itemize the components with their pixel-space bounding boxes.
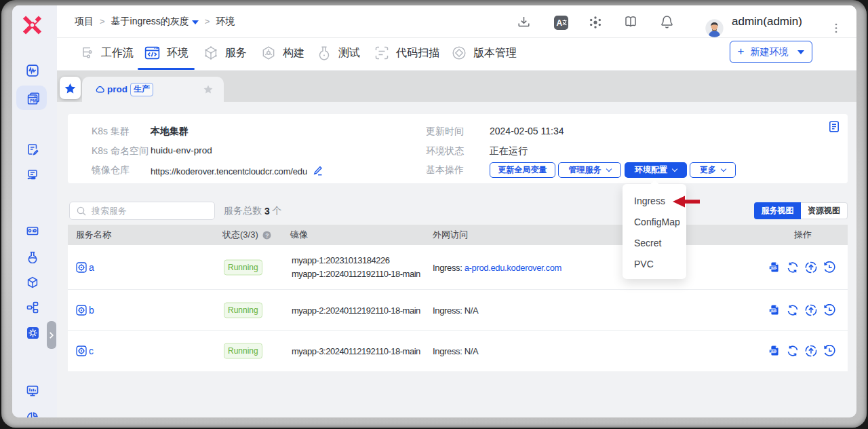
svg-text:YAML: YAML bbox=[770, 266, 778, 269]
svg-text:?: ? bbox=[265, 232, 269, 239]
svg-text:A: A bbox=[557, 18, 563, 28]
svg-text:YAML: YAML bbox=[770, 309, 778, 312]
svg-text:PM: PM bbox=[30, 98, 37, 103]
svg-text:YAML: YAML bbox=[770, 350, 778, 353]
